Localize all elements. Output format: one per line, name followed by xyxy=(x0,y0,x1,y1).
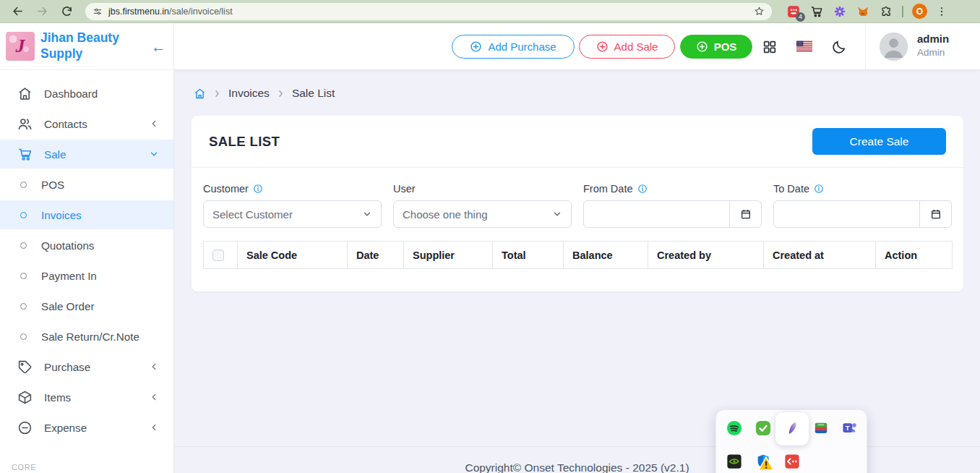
plus-circle-icon xyxy=(696,41,708,53)
teams-icon[interactable]: T xyxy=(842,420,858,436)
sidebar-item-invoices[interactable]: Invoices xyxy=(0,200,173,229)
checkmark-app-icon[interactable] xyxy=(755,420,771,436)
toolbar-separator xyxy=(902,6,903,17)
breadcrumb-home-icon[interactable] xyxy=(194,88,206,100)
feather-app-icon[interactable] xyxy=(784,420,800,436)
info-icon[interactable] xyxy=(253,184,263,194)
bookmark-star-icon[interactable] xyxy=(754,6,765,17)
bullet-icon xyxy=(20,303,27,310)
apps-grid-icon[interactable] xyxy=(761,38,778,56)
column-sale-code: Sale Code xyxy=(238,242,348,269)
chevron-left-icon xyxy=(149,392,159,402)
dark-mode-moon-icon[interactable] xyxy=(830,38,848,56)
date-value[interactable] xyxy=(584,201,729,227)
system-tray-popup: T xyxy=(715,409,867,473)
sidebar-item-payment-in[interactable]: Payment In xyxy=(0,261,173,290)
refresh-icon[interactable] xyxy=(56,1,77,22)
sidebar-item-contacts[interactable]: Contacts xyxy=(0,109,173,138)
sidebar: J Jihan Beauty Supply ← Dashboard Contac… xyxy=(0,23,174,473)
selected-value: Choose one thing xyxy=(403,208,488,221)
breadcrumb-invoices[interactable]: Invoices xyxy=(228,87,270,100)
calendar-icon[interactable] xyxy=(729,201,761,227)
address-bar[interactable]: jbs.firstmenu.in/sale/invoice/list xyxy=(85,3,772,20)
sidebar-item-purchase[interactable]: Purchase xyxy=(0,352,173,381)
sidebar-item-sale[interactable]: Sale xyxy=(0,140,173,169)
info-icon[interactable] xyxy=(814,184,824,194)
bullet-icon xyxy=(20,212,27,218)
customer-select[interactable]: Select Customer xyxy=(203,200,382,228)
user-select[interactable]: Choose one thing xyxy=(393,200,572,228)
sidebar-item-label: Sale Return/Cr.Note xyxy=(41,331,139,343)
brand-logo: J xyxy=(6,32,35,61)
browser-profile-avatar[interactable]: O xyxy=(912,4,927,19)
user-name: admin xyxy=(917,32,949,46)
plus-circle-icon xyxy=(596,41,609,53)
sidebar-item-pos[interactable]: POS xyxy=(0,170,173,199)
language-flag-icon[interactable] xyxy=(794,40,814,53)
sidebar-item-dashboard[interactable]: Dashboard xyxy=(0,79,173,108)
breadcrumb-sale-list[interactable]: Sale List xyxy=(292,87,335,100)
select-all-checkbox[interactable] xyxy=(212,250,224,261)
filter-bar: Customer Select Customer User Choose one… xyxy=(192,168,963,228)
tag-icon xyxy=(17,359,33,375)
sidebar-item-label: Purchase xyxy=(44,361,90,373)
sidebar-item-label: Quotations xyxy=(41,239,94,252)
add-purchase-button[interactable]: Add Purchase xyxy=(452,35,575,59)
app-window: J Jihan Beauty Supply ← Dashboard Contac… xyxy=(0,23,980,473)
column-balance: Balance xyxy=(564,242,648,269)
date-value[interactable] xyxy=(774,201,919,227)
sidebar-item-label: Expense xyxy=(44,422,87,434)
sidebar-item-label: Sale xyxy=(44,148,66,161)
sidebar-item-items[interactable]: Items xyxy=(0,383,173,412)
sidebar-item-label: POS xyxy=(41,179,64,191)
sidebar-item-quotations[interactable]: Quotations xyxy=(0,231,173,260)
home-icon xyxy=(17,86,33,101)
sidebar-item-label: Items xyxy=(44,391,71,404)
minus-circle-icon xyxy=(17,420,33,435)
url-text[interactable]: jbs.firstmenu.in/sale/invoice/list xyxy=(108,7,748,17)
red-app-icon[interactable] xyxy=(784,453,800,469)
extension-cluster: 4 O xyxy=(786,4,947,19)
purple-flower-extension-icon[interactable] xyxy=(833,4,847,19)
back-icon[interactable] xyxy=(7,1,27,22)
column-date: Date xyxy=(348,242,404,269)
chevron-down-icon xyxy=(552,209,562,219)
browser-menu-icon[interactable] xyxy=(936,6,947,17)
cart-extension-icon[interactable] xyxy=(809,4,824,19)
from-date-input[interactable] xyxy=(583,200,762,228)
metamask-fox-icon[interactable] xyxy=(856,4,870,19)
sidebar-item-expense[interactable]: Expense xyxy=(0,413,173,442)
windows-security-icon[interactable] xyxy=(755,453,771,469)
column-total: Total xyxy=(493,242,564,269)
sidebar-item-label: Payment In xyxy=(41,270,97,282)
to-date-input[interactable] xyxy=(773,200,952,228)
bullet-icon xyxy=(20,333,27,340)
selected-value: Select Customer xyxy=(212,208,293,221)
plus-circle-icon xyxy=(470,41,482,53)
sidebar-item-sale-order[interactable]: Sale Order xyxy=(0,291,173,320)
pos-button[interactable]: POS xyxy=(680,35,752,59)
topbar: Add Purchase Add Sale POS xyxy=(174,23,980,70)
sidebar-item-sale-return[interactable]: Sale Return/Cr.Note xyxy=(0,322,173,351)
chevron-right-icon xyxy=(212,89,222,98)
extensions-puzzle-icon[interactable] xyxy=(879,4,893,19)
create-sale-button[interactable]: Create Sale xyxy=(812,128,946,155)
column-created-at: Created at xyxy=(764,242,876,269)
sidebar-item-label: Sale Order xyxy=(41,300,94,312)
spotify-icon[interactable] xyxy=(726,420,742,436)
sidebar-collapse-icon[interactable]: ← xyxy=(151,39,166,54)
user-avatar[interactable] xyxy=(880,33,908,61)
bluestacks-icon[interactable] xyxy=(813,420,829,436)
red-extension-icon[interactable]: 4 xyxy=(786,4,801,19)
info-icon[interactable] xyxy=(637,184,648,194)
bullet-icon xyxy=(20,273,27,279)
filter-from-date: From Date xyxy=(583,183,762,228)
add-sale-button[interactable]: Add Sale xyxy=(579,35,675,59)
chevron-left-icon xyxy=(149,362,159,372)
calendar-icon[interactable] xyxy=(919,201,951,227)
screen: jbs.firstmenu.in/sale/invoice/list 4 xyxy=(0,0,980,473)
nvidia-geforce-icon[interactable] xyxy=(726,453,742,469)
browser-toolbar: jbs.firstmenu.in/sale/invoice/list 4 xyxy=(0,0,980,23)
user-info[interactable]: admin Admin xyxy=(917,32,949,59)
site-settings-icon[interactable] xyxy=(93,7,103,17)
